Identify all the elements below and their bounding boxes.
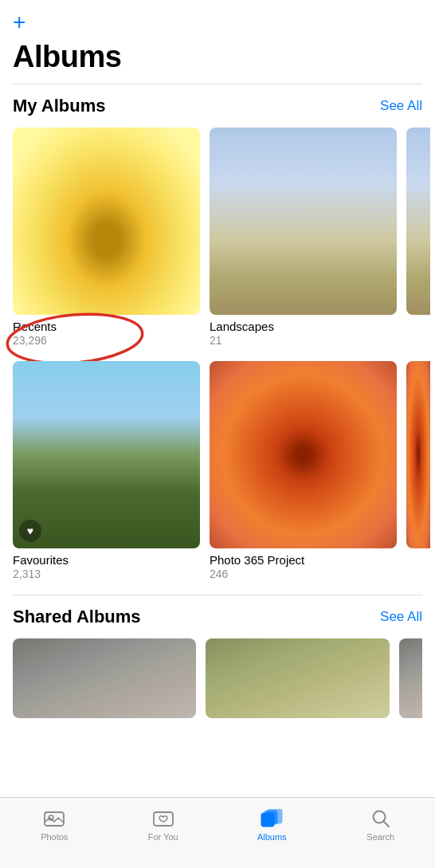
add-button[interactable]: + <box>13 11 25 33</box>
albums-icon <box>261 807 283 830</box>
album-landscapes-thumb <box>210 128 397 315</box>
shared-album-2[interactable] <box>206 638 389 718</box>
tab-albums[interactable]: Albums <box>217 806 327 842</box>
album-recents-thumb <box>13 128 200 315</box>
tab-search-label: Search <box>366 832 394 842</box>
tab-photos-label: Photos <box>41 832 68 842</box>
tab-search[interactable]: Search <box>327 806 436 842</box>
shared-albums-section: Shared Albums See All <box>0 595 435 718</box>
album-photo365[interactable]: Photo 365 Project 246 <box>210 361 397 580</box>
albums-row-1: Recents 23,296 Landscapes 21 <box>13 128 422 361</box>
svg-rect-6 <box>268 809 282 823</box>
tab-for-you-label: For You <box>148 832 178 842</box>
tab-photos[interactable]: Photos <box>0 806 109 842</box>
album-third-thumb <box>406 128 430 315</box>
heart-icon <box>19 520 41 542</box>
shared-albums-grid <box>13 638 422 718</box>
albums-row-2: Favourites 2,313 Photo 365 Project 246 <box>13 361 422 595</box>
album-photo365-name: Photo 365 Project <box>210 553 397 567</box>
svg-rect-3 <box>154 812 173 826</box>
album-favourites-name: Favourites <box>13 553 200 567</box>
album-favourites-thumb <box>13 361 200 548</box>
my-albums-see-all[interactable]: See All <box>380 98 422 114</box>
shared-album-3-partial[interactable] <box>399 638 422 718</box>
svg-line-8 <box>383 822 389 827</box>
for-you-icon <box>152 807 174 830</box>
album-landscapes[interactable]: Landscapes 21 <box>210 128 397 347</box>
my-albums-header: My Albums See All <box>13 84 422 128</box>
album-third[interactable] <box>406 128 430 347</box>
shared-albums-see-all[interactable]: See All <box>380 609 422 625</box>
my-albums-section: My Albums See All Recents 23,296 Landsca… <box>0 84 435 595</box>
album-landscapes-count: 21 <box>210 334 397 347</box>
album-photo365-thumb <box>210 361 397 548</box>
shared-albums-header: Shared Albums See All <box>13 595 422 638</box>
search-icon <box>370 807 392 830</box>
album-photo365-count: 246 <box>210 568 397 580</box>
tab-bar: Photos For You Albums S <box>0 797 435 868</box>
header: + Albums <box>0 0 435 74</box>
album-recents-name: Recents <box>13 320 200 333</box>
shared-albums-title: Shared Albums <box>13 607 141 627</box>
album-r[interactable] <box>406 361 430 580</box>
photos-icon <box>43 807 65 830</box>
page-title: Albums <box>13 40 422 74</box>
album-recents[interactable]: Recents 23,296 <box>13 128 200 347</box>
shared-album-1[interactable] <box>13 638 196 718</box>
my-albums-title: My Albums <box>13 96 106 116</box>
tab-albums-label: Albums <box>257 832 287 842</box>
album-favourites[interactable]: Favourites 2,313 <box>13 361 200 580</box>
album-landscapes-name: Landscapes <box>210 320 397 333</box>
album-r-thumb <box>406 361 430 548</box>
album-favourites-count: 2,313 <box>13 568 200 580</box>
album-recents-count: 23,296 <box>13 334 200 347</box>
tab-for-you[interactable]: For You <box>109 806 218 842</box>
